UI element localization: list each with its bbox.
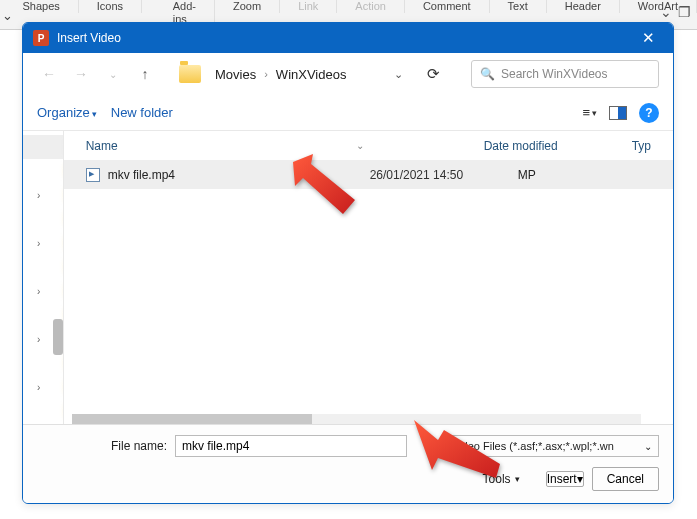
- dialog-toolbar: Organize▾ New folder ≡ ▾ ?: [23, 95, 673, 131]
- crumb-movies[interactable]: Movies: [215, 67, 256, 82]
- insert-video-dialog: P Insert Video ✕ ← → ⌄ ↑ Movies › WinXVi…: [22, 22, 674, 504]
- column-headers[interactable]: Name ⌄ Date modified Typ: [64, 131, 673, 161]
- new-folder-button[interactable]: New folder: [111, 105, 173, 120]
- dialog-footer: File name: Video Files (*.asf;*.asx;*.wp…: [23, 424, 673, 503]
- col-name[interactable]: Name: [86, 139, 356, 153]
- close-button[interactable]: ✕: [633, 29, 663, 47]
- powerpoint-icon: P: [33, 30, 49, 46]
- file-date: 26/01/2021 14:50: [370, 168, 518, 182]
- tree-item[interactable]: ›: [23, 375, 63, 399]
- file-row[interactable]: mkv file.mp4 26/01/2021 14:50 MP: [64, 161, 673, 189]
- breadcrumb-dropdown-icon[interactable]: ⌄: [394, 68, 403, 81]
- nav-bar: ← → ⌄ ↑ Movies › WinXVideos ⌄ ⟳ 🔍 Search…: [23, 53, 673, 95]
- chevron-right-icon[interactable]: ›: [37, 334, 40, 345]
- file-type: MP: [518, 168, 651, 182]
- sort-indicator-icon: ⌄: [356, 140, 364, 151]
- horizontal-scrollbar[interactable]: [72, 414, 641, 424]
- col-type[interactable]: Typ: [632, 139, 651, 153]
- ribbon-link: Link: [280, 0, 337, 13]
- insert-dropdown[interactable]: ▾: [577, 472, 583, 486]
- tree-item[interactable]: [23, 399, 63, 423]
- dialog-titlebar: P Insert Video ✕: [23, 23, 673, 53]
- tree-item[interactable]: [23, 159, 63, 183]
- breadcrumb[interactable]: Movies › WinXVideos ⌄: [215, 67, 403, 82]
- folder-icon: [179, 65, 201, 83]
- video-file-icon: [86, 168, 100, 182]
- scrollbar-thumb[interactable]: [72, 414, 312, 424]
- folder-tree[interactable]: › › › › ›: [23, 131, 64, 424]
- tree-item[interactable]: ›: [23, 183, 63, 207]
- help-button[interactable]: ?: [639, 103, 659, 123]
- crumb-winxvideos[interactable]: WinXVideos: [276, 67, 347, 82]
- tools-menu[interactable]: Tools▾: [483, 472, 520, 486]
- chevron-right-icon[interactable]: ›: [37, 238, 40, 249]
- ribbon-dropdown-icon: ⌄: [660, 4, 672, 20]
- file-name: mkv file.mp4: [108, 168, 370, 182]
- col-date[interactable]: Date modified: [484, 139, 632, 153]
- filename-input[interactable]: [175, 435, 407, 457]
- ribbon-collapse-icon: ⌄: [2, 8, 13, 23]
- tree-item[interactable]: [23, 423, 63, 424]
- ribbon-header: Header: [547, 0, 620, 13]
- ribbon-action: Action: [337, 0, 405, 13]
- nav-forward-button[interactable]: →: [69, 62, 93, 86]
- chevron-right-icon[interactable]: ›: [37, 286, 40, 297]
- chevron-right-icon[interactable]: ›: [37, 190, 40, 201]
- ribbon-window-icon: ❐: [678, 4, 691, 20]
- insert-button[interactable]: Insert ▾: [546, 471, 584, 487]
- tree-item[interactable]: ›: [23, 279, 63, 303]
- file-type-filter[interactable]: Video Files (*.asf;*.asx;*.wpl;*.wn ⌄: [445, 435, 659, 457]
- chevron-right-icon: ›: [264, 68, 268, 80]
- sidebar-scrollbar[interactable]: [53, 319, 63, 355]
- search-input[interactable]: 🔍 Search WinXVideos: [471, 60, 659, 88]
- ribbon-text: Text: [490, 0, 547, 13]
- chevron-down-icon: ⌄: [644, 441, 652, 452]
- search-icon: 🔍: [480, 67, 495, 81]
- tree-item[interactable]: [23, 135, 63, 159]
- refresh-button[interactable]: ⟳: [421, 62, 445, 86]
- view-mode-button[interactable]: ≡ ▾: [582, 105, 597, 120]
- organize-menu[interactable]: Organize▾: [37, 105, 97, 120]
- preview-pane-button[interactable]: [609, 106, 627, 120]
- nav-recent-dropdown[interactable]: ⌄: [101, 62, 125, 86]
- nav-back-button[interactable]: ←: [37, 62, 61, 86]
- nav-up-button[interactable]: ↑: [133, 62, 157, 86]
- chevron-right-icon[interactable]: ›: [37, 382, 40, 393]
- ribbon-icons: Icons: [79, 0, 142, 13]
- tree-item[interactable]: [23, 255, 63, 279]
- ribbon-comment: Comment: [405, 0, 490, 13]
- dialog-title: Insert Video: [57, 31, 121, 45]
- filename-label: File name:: [37, 439, 167, 453]
- file-list-pane: Name ⌄ Date modified Typ mkv file.mp4 26…: [64, 131, 673, 424]
- ribbon-zoom: Zoom: [215, 0, 280, 13]
- tree-item[interactable]: ›: [23, 231, 63, 255]
- cancel-button[interactable]: Cancel: [592, 467, 659, 491]
- search-placeholder: Search WinXVideos: [501, 67, 608, 81]
- ribbon-shapes: Shapes: [4, 0, 78, 13]
- tree-item[interactable]: [23, 207, 63, 231]
